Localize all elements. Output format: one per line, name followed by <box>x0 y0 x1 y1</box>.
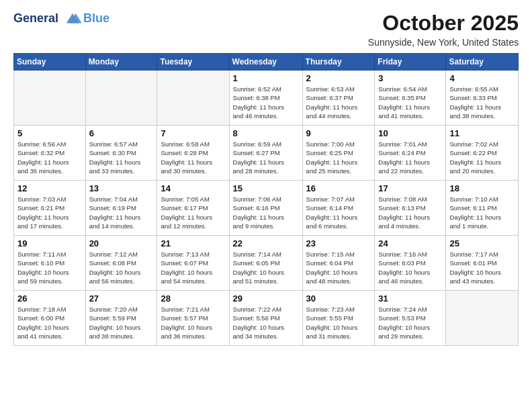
day-number: 8 <box>233 128 299 138</box>
day-number: 30 <box>306 293 371 304</box>
calendar-cell <box>157 71 229 126</box>
title-block: October 2025 Sunnyside, New York, United… <box>368 11 519 48</box>
day-info: Sunrise: 6:57 AM Sunset: 6:30 PM Dayligh… <box>89 140 154 175</box>
day-info: Sunrise: 7:02 AM Sunset: 6:22 PM Dayligh… <box>449 140 515 175</box>
calendar-cell: 14Sunrise: 7:05 AM Sunset: 6:17 PM Dayli… <box>157 181 229 236</box>
calendar-cell: 19Sunrise: 7:11 AM Sunset: 6:10 PM Dayli… <box>14 236 86 291</box>
calendar-cell <box>85 71 157 126</box>
day-info: Sunrise: 6:56 AM Sunset: 6:32 PM Dayligh… <box>17 140 82 175</box>
calendar-cell: 15Sunrise: 7:06 AM Sunset: 6:16 PM Dayli… <box>229 181 302 236</box>
day-number: 17 <box>378 183 442 193</box>
calendar-cell: 12Sunrise: 7:03 AM Sunset: 6:21 PM Dayli… <box>14 181 86 236</box>
day-number: 23 <box>306 238 371 248</box>
calendar-cell: 24Sunrise: 7:16 AM Sunset: 6:03 PM Dayli… <box>375 236 446 291</box>
day-info: Sunrise: 7:13 AM Sunset: 6:07 PM Dayligh… <box>161 250 225 285</box>
calendar-week-2: 12Sunrise: 7:03 AM Sunset: 6:21 PM Dayli… <box>14 181 519 236</box>
calendar-page: General Blue October 2025 Sunnyside, New… <box>0 0 532 411</box>
day-number: 14 <box>161 183 225 193</box>
calendar-cell: 13Sunrise: 7:04 AM Sunset: 6:19 PM Dayli… <box>85 181 157 236</box>
day-number: 24 <box>378 238 442 248</box>
day-number: 18 <box>449 183 515 193</box>
day-number: 3 <box>378 73 442 83</box>
calendar-cell: 31Sunrise: 7:24 AM Sunset: 5:53 PM Dayli… <box>375 291 446 346</box>
calendar-cell: 26Sunrise: 7:18 AM Sunset: 6:00 PM Dayli… <box>14 291 86 346</box>
day-number: 2 <box>306 73 371 83</box>
calendar-header-sunday: Sunday <box>14 54 86 71</box>
month-year: October 2025 <box>368 11 519 36</box>
day-number: 28 <box>161 293 225 304</box>
day-number: 12 <box>17 183 82 193</box>
calendar-header-tuesday: Tuesday <box>157 54 229 71</box>
day-number: 25 <box>449 238 515 248</box>
day-number: 9 <box>306 128 371 138</box>
calendar-cell: 1Sunrise: 6:52 AM Sunset: 6:38 PM Daylig… <box>229 71 302 126</box>
day-info: Sunrise: 7:07 AM Sunset: 6:14 PM Dayligh… <box>306 195 371 230</box>
day-number: 26 <box>17 293 82 304</box>
day-number: 13 <box>89 183 154 193</box>
day-number: 16 <box>306 183 371 193</box>
calendar-cell: 7Sunrise: 6:58 AM Sunset: 6:28 PM Daylig… <box>157 126 229 181</box>
day-info: Sunrise: 6:54 AM Sunset: 6:35 PM Dayligh… <box>378 85 442 120</box>
calendar-cell: 25Sunrise: 7:17 AM Sunset: 6:01 PM Dayli… <box>446 236 519 291</box>
day-info: Sunrise: 7:21 AM Sunset: 5:57 PM Dayligh… <box>161 305 225 340</box>
day-info: Sunrise: 7:23 AM Sunset: 5:55 PM Dayligh… <box>306 305 371 340</box>
day-info: Sunrise: 6:58 AM Sunset: 6:28 PM Dayligh… <box>161 140 225 175</box>
day-number: 21 <box>161 238 225 248</box>
calendar-cell: 18Sunrise: 7:10 AM Sunset: 6:11 PM Dayli… <box>446 181 519 236</box>
calendar-week-3: 19Sunrise: 7:11 AM Sunset: 6:10 PM Dayli… <box>14 236 519 291</box>
calendar-week-0: 1Sunrise: 6:52 AM Sunset: 6:38 PM Daylig… <box>14 71 519 126</box>
calendar-cell: 10Sunrise: 7:01 AM Sunset: 6:24 PM Dayli… <box>375 126 446 181</box>
day-number: 6 <box>89 128 154 138</box>
calendar-cell: 17Sunrise: 7:08 AM Sunset: 6:13 PM Dayli… <box>375 181 446 236</box>
calendar-header-row: SundayMondayTuesdayWednesdayThursdayFrid… <box>14 54 519 71</box>
day-number: 27 <box>89 293 154 304</box>
day-info: Sunrise: 6:53 AM Sunset: 6:37 PM Dayligh… <box>306 85 371 120</box>
day-info: Sunrise: 7:00 AM Sunset: 6:25 PM Dayligh… <box>306 140 371 175</box>
day-number: 31 <box>378 293 442 304</box>
day-number: 29 <box>233 293 299 304</box>
day-number: 4 <box>449 73 515 83</box>
day-info: Sunrise: 7:17 AM Sunset: 6:01 PM Dayligh… <box>449 250 515 285</box>
day-number: 7 <box>161 128 225 138</box>
day-info: Sunrise: 7:10 AM Sunset: 6:11 PM Dayligh… <box>449 195 515 230</box>
logo: General Blue <box>13 11 109 27</box>
calendar-cell: 27Sunrise: 7:20 AM Sunset: 5:59 PM Dayli… <box>85 291 157 346</box>
calendar-cell: 5Sunrise: 6:56 AM Sunset: 6:32 PM Daylig… <box>14 126 86 181</box>
day-number: 10 <box>378 128 442 138</box>
day-number: 20 <box>89 238 154 248</box>
day-info: Sunrise: 7:06 AM Sunset: 6:16 PM Dayligh… <box>233 195 299 230</box>
logo-blue: Blue <box>83 12 109 26</box>
calendar-cell: 6Sunrise: 6:57 AM Sunset: 6:30 PM Daylig… <box>85 126 157 181</box>
calendar-week-4: 26Sunrise: 7:18 AM Sunset: 6:00 PM Dayli… <box>14 291 519 346</box>
day-info: Sunrise: 6:52 AM Sunset: 6:38 PM Dayligh… <box>233 85 299 120</box>
calendar-cell: 11Sunrise: 7:02 AM Sunset: 6:22 PM Dayli… <box>446 126 519 181</box>
calendar-header-friday: Friday <box>375 54 446 71</box>
day-info: Sunrise: 7:15 AM Sunset: 6:04 PM Dayligh… <box>306 250 371 285</box>
calendar-week-1: 5Sunrise: 6:56 AM Sunset: 6:32 PM Daylig… <box>14 126 519 181</box>
calendar-header-wednesday: Wednesday <box>229 54 302 71</box>
day-info: Sunrise: 7:01 AM Sunset: 6:24 PM Dayligh… <box>378 140 442 175</box>
calendar-cell: 20Sunrise: 7:12 AM Sunset: 6:08 PM Dayli… <box>85 236 157 291</box>
day-info: Sunrise: 6:59 AM Sunset: 6:27 PM Dayligh… <box>233 140 299 175</box>
day-number: 19 <box>17 238 82 248</box>
day-info: Sunrise: 7:22 AM Sunset: 5:56 PM Dayligh… <box>233 305 299 340</box>
day-number: 15 <box>233 183 299 193</box>
day-info: Sunrise: 7:08 AM Sunset: 6:13 PM Dayligh… <box>378 195 442 230</box>
day-info: Sunrise: 7:16 AM Sunset: 6:03 PM Dayligh… <box>378 250 442 285</box>
calendar-cell: 2Sunrise: 6:53 AM Sunset: 6:37 PM Daylig… <box>302 71 375 126</box>
calendar-header-saturday: Saturday <box>446 54 519 71</box>
calendar-cell: 8Sunrise: 6:59 AM Sunset: 6:27 PM Daylig… <box>229 126 302 181</box>
day-info: Sunrise: 7:18 AM Sunset: 6:00 PM Dayligh… <box>17 305 82 340</box>
calendar-cell: 3Sunrise: 6:54 AM Sunset: 6:35 PM Daylig… <box>375 71 446 126</box>
calendar-header-monday: Monday <box>85 54 157 71</box>
calendar-cell: 23Sunrise: 7:15 AM Sunset: 6:04 PM Dayli… <box>302 236 375 291</box>
day-info: Sunrise: 7:12 AM Sunset: 6:08 PM Dayligh… <box>89 250 154 285</box>
calendar-cell: 21Sunrise: 7:13 AM Sunset: 6:07 PM Dayli… <box>157 236 229 291</box>
calendar-table: SundayMondayTuesdayWednesdayThursdayFrid… <box>13 53 519 346</box>
logo-text: General <box>13 11 82 27</box>
header: General Blue October 2025 Sunnyside, New… <box>13 11 519 48</box>
day-number: 5 <box>17 128 82 138</box>
calendar-cell: 9Sunrise: 7:00 AM Sunset: 6:25 PM Daylig… <box>302 126 375 181</box>
calendar-cell: 30Sunrise: 7:23 AM Sunset: 5:55 PM Dayli… <box>302 291 375 346</box>
day-info: Sunrise: 7:14 AM Sunset: 6:05 PM Dayligh… <box>233 250 299 285</box>
